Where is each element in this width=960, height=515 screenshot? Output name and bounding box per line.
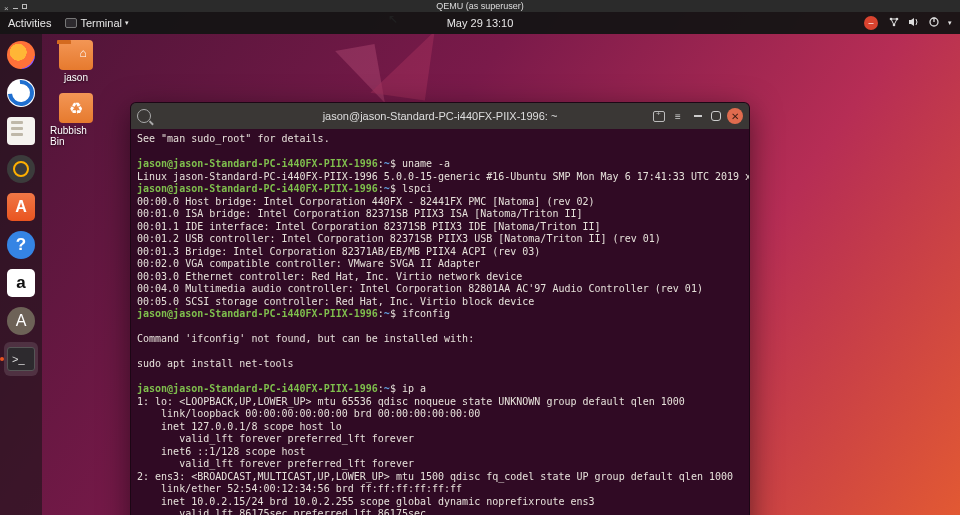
maximize-button[interactable] xyxy=(711,111,721,121)
files-icon xyxy=(7,117,35,145)
term-line: sudo apt install net-tools xyxy=(137,358,294,369)
prompt-user: jason@jason-Standard-PC-i440FX-PIIX-1996 xyxy=(137,183,378,194)
chevron-down-icon: ▾ xyxy=(125,19,129,27)
dock-firefox[interactable] xyxy=(4,38,38,72)
new-tab-icon[interactable]: + xyxy=(653,111,665,122)
clock-label: May 29 13:10 xyxy=(447,17,514,29)
term-line: 00:00.0 Host bridge: Intel Corporation 4… xyxy=(137,196,595,207)
term-line: link/loopback 00:00:00:00:00:00 brd 00:0… xyxy=(137,408,480,419)
term-cmd: lspci xyxy=(402,183,432,194)
prompt-user: jason@jason-Standard-PC-i440FX-PIIX-1996 xyxy=(137,158,378,169)
dock-software[interactable]: A xyxy=(4,190,38,224)
dock: A ? a A >_ xyxy=(0,34,42,515)
dock-thunderbird[interactable] xyxy=(4,76,38,110)
software-icon: A xyxy=(7,193,35,221)
prompt-user: jason@jason-Standard-PC-i440FX-PIIX-1996 xyxy=(137,308,378,319)
term-cmd: ifconfig xyxy=(402,308,450,319)
term-line: inet 10.0.2.15/24 brd 10.0.2.255 scope g… xyxy=(137,496,595,507)
term-line: 1: lo: <LOOPBACK,UP,LOWER_UP> mtu 65536 … xyxy=(137,396,685,407)
term-line: inet6 ::1/128 scope host xyxy=(137,446,312,457)
term-line: 00:01.1 IDE interface: Intel Corporation… xyxy=(137,221,601,232)
chevron-down-icon: ▾ xyxy=(948,19,952,27)
term-line: Linux jason-Standard-PC-i440FX-PIIX-1996… xyxy=(137,171,750,182)
dock-rhythmbox[interactable] xyxy=(4,152,38,186)
network-icon xyxy=(888,16,900,30)
prompt-user: jason@jason-Standard-PC-i440FX-PIIX-1996 xyxy=(137,383,378,394)
desktop-icon-label: jason xyxy=(64,72,88,83)
term-line: See "man sudo_root" for details. xyxy=(137,133,330,144)
terminal-icon: >_ xyxy=(7,347,35,371)
dock-terminal[interactable]: >_ xyxy=(4,342,38,376)
desktop-home-folder[interactable]: ⌂ jason xyxy=(50,40,102,83)
term-line: 2: ens3: <BROADCAST,MULTICAST,UP,LOWER_U… xyxy=(137,471,733,482)
qemu-max-icon[interactable] xyxy=(22,4,27,9)
hamburger-menu-icon[interactable]: ≡ xyxy=(671,109,685,123)
qemu-titlebar: × QEMU (as superuser) xyxy=(0,0,960,12)
trash-icon xyxy=(59,93,93,123)
activities-button[interactable]: Activities xyxy=(8,17,51,29)
volume-icon xyxy=(908,16,920,30)
term-line: 00:01.0 ISA bridge: Intel Corporation 82… xyxy=(137,208,583,219)
thunderbird-icon xyxy=(7,79,35,107)
gnome-topbar: Activities Terminal ▾ May 29 13:10 – ▾ xyxy=(0,12,960,34)
search-icon[interactable] xyxy=(137,109,151,123)
term-cmd: ip a xyxy=(402,383,426,394)
running-indicator-icon xyxy=(0,357,4,361)
term-line: 00:04.0 Multimedia audio controller: Int… xyxy=(137,283,703,294)
power-icon xyxy=(928,16,940,30)
system-status-area[interactable]: ▾ xyxy=(888,16,952,30)
terminal-title: jason@jason-Standard-PC-i440FX-PIIX-1996… xyxy=(323,110,558,122)
term-line: inet 127.0.0.1/8 scope host lo xyxy=(137,421,342,432)
rhythmbox-icon xyxy=(7,155,35,183)
terminal-titlebar[interactable]: jason@jason-Standard-PC-i440FX-PIIX-1996… xyxy=(131,103,749,129)
activities-label: Activities xyxy=(8,17,51,29)
term-line: valid_lft 86175sec preferred_lft 86175se… xyxy=(137,508,426,515)
clock[interactable]: May 29 13:10 xyxy=(447,17,514,29)
term-line: 00:01.2 USB controller: Intel Corporatio… xyxy=(137,233,661,244)
term-line: Command 'ifconfig' not found, but can be… xyxy=(137,333,474,344)
home-folder-icon: ⌂ xyxy=(59,40,93,70)
desktop-trash[interactable]: Rubbish Bin xyxy=(50,93,102,147)
qemu-close-icon[interactable]: × xyxy=(4,4,9,9)
terminal-output[interactable]: See "man sudo_root" for details. jason@j… xyxy=(131,129,749,515)
firefox-icon xyxy=(7,41,35,69)
qemu-min-icon[interactable] xyxy=(13,4,18,9)
term-line: 00:02.0 VGA compatible controller: VMwar… xyxy=(137,258,480,269)
dock-help[interactable]: ? xyxy=(4,228,38,262)
dock-updater[interactable]: A xyxy=(4,304,38,338)
term-line: 00:05.0 SCSI storage controller: Red Hat… xyxy=(137,296,534,307)
term-line: link/ether 52:54:00:12:34:56 brd ff:ff:f… xyxy=(137,483,462,494)
term-line: valid_lft forever preferred_lft forever xyxy=(137,433,414,444)
help-icon: ? xyxy=(7,231,35,259)
dock-amazon[interactable]: a xyxy=(4,266,38,300)
app-menu-label: Terminal xyxy=(80,17,122,29)
desktop: ↖ Activities Terminal ▾ May 29 13:10 – xyxy=(0,12,960,515)
app-menu-terminal[interactable]: Terminal ▾ xyxy=(65,17,129,29)
minimize-button[interactable] xyxy=(691,109,705,123)
desktop-icon-label: Rubbish Bin xyxy=(50,125,102,147)
qemu-title: QEMU (as superuser) xyxy=(436,1,524,11)
term-cmd: uname -a xyxy=(402,158,450,169)
term-line: valid_lft forever preferred_lft forever xyxy=(137,458,414,469)
term-line: 00:01.3 Bridge: Intel Corporation 82371A… xyxy=(137,246,540,257)
dock-files[interactable] xyxy=(4,114,38,148)
term-line: 00:03.0 Ethernet controller: Red Hat, In… xyxy=(137,271,522,282)
notification-indicator[interactable]: – xyxy=(864,16,878,30)
close-button[interactable]: ✕ xyxy=(727,108,743,124)
terminal-icon xyxy=(65,18,77,28)
desktop-icons: ⌂ jason Rubbish Bin xyxy=(50,40,102,147)
terminal-window: jason@jason-Standard-PC-i440FX-PIIX-1996… xyxy=(130,102,750,515)
amazon-icon: a xyxy=(7,269,35,297)
software-updater-icon: A xyxy=(7,307,35,335)
